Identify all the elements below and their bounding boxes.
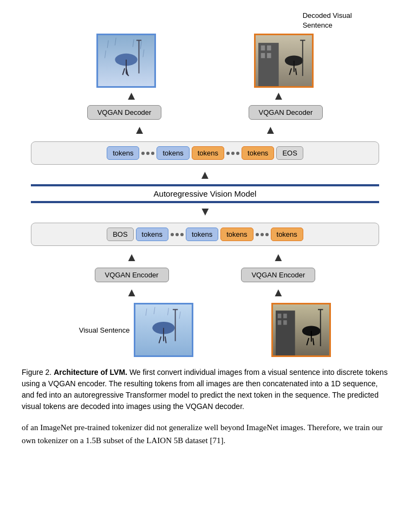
arrow-right-input-img: ▲ bbox=[272, 287, 284, 299]
vqgan-encoder-right: VQGAN Encoder bbox=[241, 268, 315, 282]
vqgan-decoder-right: VQGAN Decoder bbox=[249, 105, 323, 120]
svg-rect-43 bbox=[278, 314, 282, 318]
token-bos: BOS bbox=[107, 228, 133, 241]
body-paragraph: of an ImageNet pre-trained tokenizer did… bbox=[22, 421, 388, 447]
figure-bold: Architecture of LVM. bbox=[54, 368, 127, 377]
svg-rect-20 bbox=[261, 53, 265, 58]
figure-number: Figure 2. bbox=[22, 368, 51, 377]
svg-rect-46 bbox=[283, 321, 287, 325]
arrow-to-ar: ▲ bbox=[199, 169, 211, 181]
token-out-3: tokens bbox=[192, 146, 224, 160]
input-image-right bbox=[271, 303, 331, 357]
arrow-from-ar: ▲ bbox=[199, 206, 211, 218]
arrow-right-decoder: ▲ bbox=[264, 124, 276, 136]
arrow-right-encoder: ▲ bbox=[272, 251, 284, 263]
input-token-row: BOS tokens tokens tokens tokens bbox=[31, 223, 379, 246]
ar-model-wrapper: Autoregressive Vision Model bbox=[31, 184, 379, 203]
token-out-1: tokens bbox=[107, 146, 139, 160]
input-image-left bbox=[134, 303, 193, 357]
token-in-2: tokens bbox=[186, 228, 218, 241]
dots-in-2 bbox=[256, 233, 269, 236]
ar-model-label: Autoregressive Vision Model bbox=[154, 186, 257, 201]
body-text-content: of an ImageNet pre-trained tokenizer did… bbox=[22, 423, 383, 445]
ar-bar-bottom bbox=[31, 201, 379, 203]
dots-in-1 bbox=[171, 233, 184, 236]
token-in-1: tokens bbox=[136, 228, 168, 241]
decoded-image-left bbox=[96, 34, 156, 88]
dots-out-1 bbox=[141, 152, 154, 155]
visual-sentence-label: Visual Sentence bbox=[79, 326, 130, 334]
architecture-diagram: Decoded Visual Sentence bbox=[22, 11, 388, 357]
token-in-4: tokens bbox=[271, 228, 303, 241]
decoder-row: VQGAN Decoder VQGAN Decoder bbox=[44, 105, 367, 120]
vqgan-decoder-left: VQGAN Decoder bbox=[87, 105, 162, 120]
arrow-left-decoder: ▲ bbox=[134, 124, 146, 136]
token-in-3: tokens bbox=[220, 228, 253, 241]
body-text: of an ImageNet pre-trained tokenizer did… bbox=[22, 421, 388, 447]
arrow-left-input-img: ▲ bbox=[126, 287, 138, 299]
svg-rect-45 bbox=[278, 321, 282, 325]
arrow-left-encoder: ▲ bbox=[126, 251, 138, 263]
svg-rect-21 bbox=[267, 53, 271, 58]
output-token-row: tokens tokens tokens tokens EOS bbox=[31, 141, 379, 165]
svg-rect-19 bbox=[267, 46, 271, 50]
vqgan-encoder-left: VQGAN Encoder bbox=[95, 268, 169, 282]
token-out-2: tokens bbox=[157, 146, 189, 160]
decoded-image-right bbox=[254, 34, 314, 88]
input-images-row: Visual Sentence bbox=[40, 303, 370, 357]
svg-rect-44 bbox=[283, 314, 287, 318]
svg-rect-18 bbox=[261, 46, 265, 50]
figure-caption: Figure 2. Architecture of LVM. We first … bbox=[22, 367, 388, 412]
token-out-4: tokens bbox=[242, 146, 274, 160]
encoder-row: VQGAN Encoder VQGAN Encoder bbox=[58, 268, 352, 282]
arrow-right-decoded: ▲ bbox=[272, 90, 284, 102]
arrow-left-decoded: ▲ bbox=[126, 90, 138, 102]
token-eos: EOS bbox=[276, 146, 303, 160]
dots-out-2 bbox=[226, 152, 239, 155]
decoded-visual-sentence-label: Decoded Visual Sentence bbox=[303, 11, 352, 30]
